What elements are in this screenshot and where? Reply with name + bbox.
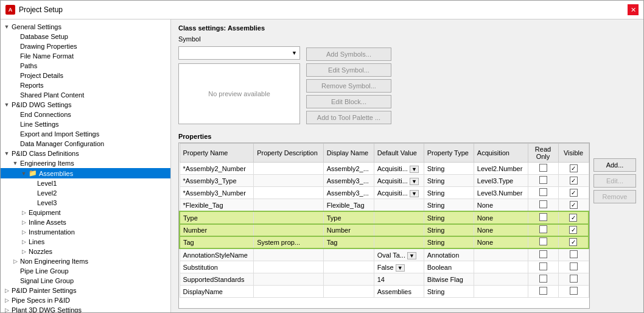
tree-item-plant-3d-dwg-settings[interactable]: ▷Plant 3D DWG Settings [1,305,170,312]
read-only-cell[interactable] [528,248,558,261]
tree-item-export-import-settings[interactable]: Export and Import Settings [1,129,170,139]
read-only-cell[interactable] [528,286,558,298]
visible-checkbox[interactable] [569,226,577,234]
tree-item-signal-line-group[interactable]: Signal Line Group [1,276,170,286]
tree-item-pid-dwg-settings[interactable]: ▼P&ID DWG Settings [1,100,170,110]
tree-item-lines[interactable]: ▷Lines [1,237,170,247]
read-only-checkbox[interactable] [539,237,547,245]
title-bar-left: A Project Setup [5,5,63,15]
tree-item-inline-assets[interactable]: ▷Inline Assets [1,217,170,227]
read-only-cell[interactable] [528,187,558,199]
tree-item-level1[interactable]: Level1 [1,178,170,188]
visible-cell[interactable] [558,261,589,273]
tree-item-file-name-format[interactable]: File Name Format [1,51,170,61]
read-only-checkbox[interactable] [539,176,547,184]
table-row[interactable]: NumberNumberStringNone [180,224,589,236]
visible-cell[interactable] [558,273,589,286]
visible-cell[interactable] [558,211,589,224]
default-value-cell[interactable]: Acquisiti... ▼ [374,187,424,199]
properties-table-container[interactable]: Property NameProperty DescriptionDisplay… [178,142,590,309]
read-only-checkbox[interactable] [539,287,547,295]
read-only-cell[interactable] [528,261,558,273]
visible-cell[interactable] [558,199,589,212]
read-only-cell[interactable] [528,199,558,212]
table-row[interactable]: *Assembly3_NumberAssembly3_...Acquisiti.… [180,187,589,199]
tree-item-instrumentation[interactable]: ▷Instrumentation [1,227,170,237]
visible-cell[interactable] [558,187,589,199]
read-only-checkbox[interactable] [539,213,547,221]
tree-item-line-settings[interactable]: Line Settings [1,119,170,129]
read-only-checkbox[interactable] [539,250,547,258]
default-value-dropdown[interactable]: ▼ [410,190,419,197]
table-row[interactable]: AnnotationStyleNameOval Ta... ▼Annotatio… [180,248,589,261]
read-only-cell[interactable] [528,273,558,286]
visible-checkbox[interactable] [570,177,578,185]
default-value-dropdown[interactable]: ▼ [396,264,405,272]
visible-cell[interactable] [558,163,589,175]
symbol-dropdown[interactable]: ▼ [178,46,300,60]
default-value-cell[interactable]: Acquisiti... ▼ [374,163,424,175]
tree-item-assemblies[interactable]: ▼📁Assemblies [1,168,170,178]
table-row[interactable]: *Flexible_TagFlexible_TagStringNone [180,199,589,212]
tree-item-pipe-specs-in-pid[interactable]: ▷Pipe Specs in P&ID [1,295,170,305]
read-only-cell[interactable] [528,236,558,249]
table-row[interactable]: *Assembly2_NumberAssembly2_...Acquisiti.… [180,163,589,175]
default-value-dropdown[interactable]: ▼ [410,166,419,173]
visible-checkbox[interactable] [570,262,578,270]
read-only-checkbox[interactable] [539,200,547,208]
visible-checkbox[interactable] [569,214,577,222]
visible-cell[interactable] [558,175,589,187]
visible-checkbox[interactable] [570,250,578,258]
read-only-cell[interactable] [528,211,558,224]
tree-item-engineering-items[interactable]: ▼Engineering Items [1,158,170,168]
tree-item-non-engineering-items[interactable]: ▷Non Engineering Items [1,256,170,266]
visible-checkbox[interactable] [570,275,578,283]
visible-cell[interactable] [558,248,589,261]
default-value-cell[interactable]: False ▼ [374,261,424,273]
read-only-cell[interactable] [528,175,558,187]
tree-item-data-manager-configuration[interactable]: Data Manager Configuration [1,139,170,149]
visible-checkbox[interactable] [570,201,578,209]
tree-item-paths[interactable]: Paths [1,61,170,71]
tree-item-equipment[interactable]: ▷Equipment [1,208,170,217]
read-only-checkbox[interactable] [539,164,547,172]
read-only-checkbox[interactable] [539,275,547,283]
tree-item-nozzles[interactable]: ▷Nozzles [1,247,170,256]
close-button[interactable]: ✕ [628,4,639,15]
tree-item-reports[interactable]: Reports [1,80,170,90]
visible-cell[interactable] [558,224,589,236]
tree-item-level2[interactable]: Level2 [1,188,170,198]
table-row[interactable]: TypeTypeStringNone [180,211,589,224]
default-value-dropdown[interactable]: ▼ [410,178,419,185]
table-row[interactable]: SubstitutionFalse ▼Boolean [180,261,589,273]
visible-checkbox[interactable] [570,287,578,295]
table-row[interactable]: SupportedStandards14Bitwise Flag [180,273,589,286]
tree-item-pid-class-definitions[interactable]: ▼P&ID Class Definitions [1,149,170,158]
tree-item-database-setup[interactable]: Database Setup [1,32,170,41]
table-row[interactable]: *Assembly3_TypeAssembly3_...Acquisiti...… [180,175,589,187]
tree-item-drawing-properties[interactable]: Drawing Properties [1,41,170,51]
table-row[interactable]: TagSystem prop...TagStringNone [180,236,589,249]
visible-checkbox[interactable] [569,238,577,246]
read-only-cell[interactable] [528,163,558,175]
tree-item-pipe-line-group[interactable]: Pipe Line Group [1,266,170,276]
read-only-cell[interactable] [528,224,558,236]
default-value-cell[interactable]: Acquisiti... ▼ [374,175,424,187]
tree-item-level3[interactable]: Level3 [1,198,170,208]
default-value-dropdown[interactable]: ▼ [407,252,416,259]
visible-checkbox[interactable] [570,164,578,172]
visible-cell[interactable] [558,286,589,298]
tree-item-general-settings[interactable]: ▼General Settings [1,22,170,32]
visible-cell[interactable] [558,236,589,249]
read-only-checkbox[interactable] [539,262,547,270]
tree-item-project-details[interactable]: Project Details [1,71,170,80]
read-only-checkbox[interactable] [539,225,547,233]
tree-item-shared-plant-content[interactable]: Shared Plant Content [1,90,170,100]
tree-item-pid-painter-settings[interactable]: ▷P&ID Painter Settings [1,286,170,295]
read-only-checkbox[interactable] [539,188,547,196]
table-row[interactable]: DisplayNameAssembliesString [180,286,589,298]
default-value-cell[interactable]: Oval Ta... ▼ [374,248,424,261]
visible-checkbox[interactable] [570,189,578,197]
tree-item-end-connections[interactable]: End Connections [1,110,170,119]
add-action-button[interactable]: Add... [593,158,636,172]
